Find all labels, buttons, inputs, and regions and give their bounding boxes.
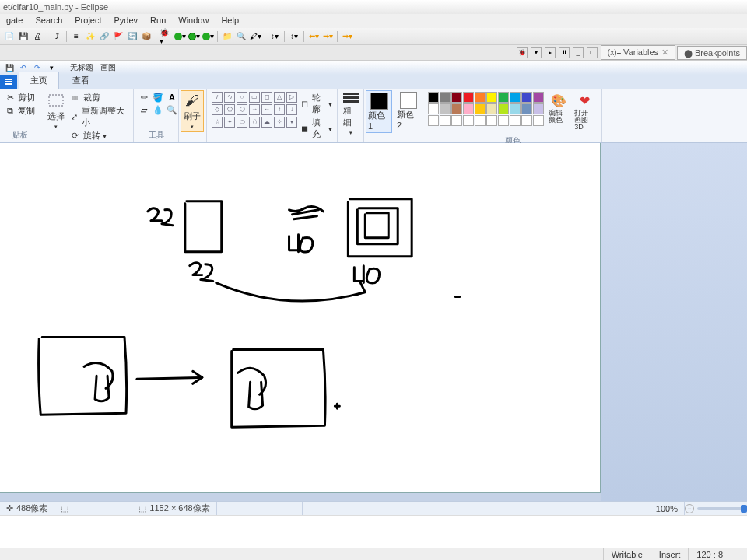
color-swatch[interactable] [440, 115, 451, 126]
paint-minimize-icon[interactable]: — [725, 62, 735, 73]
color-swatch[interactable] [521, 115, 532, 126]
resize-button[interactable]: ⤢重新调整大小 [70, 105, 128, 128]
tb-pkg-icon[interactable]: 📦 [140, 30, 153, 43]
color-swatch[interactable] [451, 92, 462, 103]
menu-pydev[interactable]: Pydev [110, 14, 143, 28]
color-swatch[interactable] [463, 103, 474, 114]
tab-view[interactable]: 查看 [61, 72, 101, 89]
tb-highlight-icon[interactable]: 🖍▾ [249, 30, 261, 43]
menu-window[interactable]: Window [174, 14, 213, 28]
crop-button[interactable]: ⧈裁剪 [70, 92, 128, 103]
tab-home[interactable]: 主页 [19, 72, 59, 89]
color-swatch[interactable] [533, 92, 544, 103]
tb-nav1-icon[interactable]: ↕▾ [268, 30, 281, 43]
qat-save-icon[interactable]: 💾 [3, 62, 16, 73]
shape-outline-button[interactable]: ◻轮廓▾ [300, 92, 332, 115]
pencil-icon[interactable]: ✏ [139, 92, 149, 103]
select-button[interactable]: 选择▾ [45, 92, 67, 131]
file-menu-button[interactable] [0, 75, 17, 89]
color2-button[interactable]: 颜色 2 [395, 90, 422, 131]
variables-tab[interactable]: (x)= Variables✕ [601, 45, 675, 60]
color-swatch[interactable] [510, 92, 521, 103]
color-swatch[interactable] [498, 92, 509, 103]
text-icon[interactable]: A [167, 92, 177, 103]
menu-search[interactable]: Search [30, 14, 67, 28]
color-swatch[interactable] [463, 92, 474, 103]
menu-navigate[interactable]: gate [2, 14, 27, 28]
cut-button[interactable]: ✂剪切 [5, 92, 35, 103]
tb-wand-icon[interactable]: ✨ [84, 30, 96, 43]
color-swatch[interactable] [486, 103, 497, 114]
max-icon[interactable]: □ [587, 47, 598, 58]
tb-coverage-icon[interactable]: ▾ [188, 30, 200, 43]
tb-link-icon[interactable]: 🔗 [98, 30, 110, 43]
color-swatch[interactable] [475, 92, 486, 103]
tb-ext-icon[interactable]: ▾ [202, 30, 214, 43]
color-swatch[interactable] [521, 103, 532, 114]
shape-fill-button[interactable]: ◼填充▾ [300, 117, 332, 140]
copy-button[interactable]: ⧉复制 [5, 105, 35, 117]
color-swatch[interactable] [475, 103, 486, 114]
zoom-out-button[interactable]: − [685, 504, 694, 513]
color-swatch[interactable] [440, 103, 451, 114]
menu-project[interactable]: Project [70, 14, 106, 28]
color-swatch[interactable] [521, 92, 532, 103]
open-3d-button[interactable]: ❤ 打开画图 3D [573, 92, 597, 132]
tb-align-icon[interactable]: ≡ [70, 30, 82, 43]
color-palette[interactable] [428, 92, 544, 126]
tb-back-icon[interactable]: ⬅▾ [307, 30, 320, 43]
cut-icon: ✂ [5, 93, 16, 103]
color-swatch[interactable] [428, 115, 439, 126]
tb-run-icon[interactable]: ▾ [174, 30, 186, 43]
color-swatch[interactable] [486, 92, 497, 103]
tb-nav2-icon[interactable]: ↕▾ [288, 30, 300, 43]
color-swatch[interactable] [440, 92, 451, 103]
zoom-icon[interactable]: 🔍 [167, 104, 177, 115]
tb-new-icon[interactable]: 📄 [3, 30, 16, 43]
tb-last-icon[interactable]: ➡▾ [341, 30, 353, 43]
tb-save-icon[interactable]: 💾 [17, 30, 30, 43]
menu-help[interactable]: Help [216, 14, 244, 28]
tb-search-icon[interactable]: 🔍 [235, 30, 247, 43]
min-icon[interactable]: _ [573, 47, 584, 58]
close-icon[interactable]: ✕ [661, 47, 668, 57]
brush-button[interactable]: 🖌 刷子▾ [181, 90, 204, 132]
color-swatch[interactable] [463, 115, 474, 126]
color-swatch[interactable] [475, 115, 486, 126]
tb-folder-icon[interactable]: 📁 [221, 30, 233, 43]
color-swatch[interactable] [498, 115, 509, 126]
color-swatch[interactable] [451, 103, 462, 114]
color1-button[interactable]: 颜色 1 [366, 90, 392, 133]
pause-icon[interactable]: ⏸ [559, 47, 570, 58]
color-swatch[interactable] [510, 103, 521, 114]
tb-flag-icon[interactable]: 🚩 [112, 30, 124, 43]
color-swatch[interactable] [486, 115, 497, 126]
edit-colors-button[interactable]: 🎨 编辑颜色 [547, 92, 570, 125]
tb-skip-icon[interactable]: ⤴ [51, 30, 63, 43]
menu-run[interactable]: Run [146, 14, 170, 28]
color-swatch[interactable] [451, 115, 462, 126]
tb-fwd-icon[interactable]: ➡▾ [321, 30, 334, 43]
color-swatch[interactable] [510, 115, 521, 126]
drop-icon[interactable]: ▾ [531, 47, 542, 58]
color-swatch[interactable] [533, 115, 544, 126]
tb-debug-icon[interactable]: 🐞▾ [160, 30, 172, 43]
eraser-icon[interactable]: ▱ [139, 104, 149, 115]
bug-icon[interactable]: 🐞 [517, 47, 528, 58]
paint-canvas[interactable] [0, 143, 601, 493]
tb-refresh-icon[interactable]: 🔄 [126, 30, 139, 43]
thickness-button[interactable]: 粗细▾ [342, 92, 360, 138]
color-swatch[interactable] [498, 103, 509, 114]
color-swatch[interactable] [533, 103, 544, 114]
paint3d-icon: ❤ [580, 93, 590, 108]
fill-icon[interactable]: 🪣 [153, 92, 163, 103]
shapes-gallery[interactable]: /∿○▭◻△▷ ◇⬠⬡→←↑↓ ☆✦⬭⬯☁✧▾ [212, 92, 297, 128]
color-swatch[interactable] [428, 92, 439, 103]
zoom-slider[interactable] [697, 507, 744, 510]
tb-print-icon[interactable]: 🖨 [31, 30, 44, 43]
breakpoints-tab[interactable]: ⬤ Breakpoints [677, 46, 747, 60]
rotate-button[interactable]: ⟳旋转▾ [70, 130, 128, 142]
play-icon[interactable]: ▸ [545, 47, 556, 58]
picker-icon[interactable]: 💧 [153, 104, 163, 115]
color-swatch[interactable] [428, 103, 439, 114]
